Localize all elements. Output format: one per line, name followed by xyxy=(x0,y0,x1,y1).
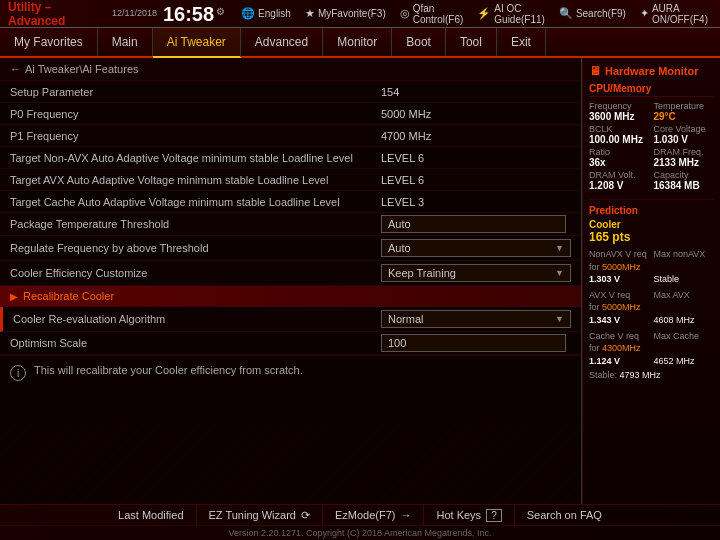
fan-icon: ◎ xyxy=(400,7,410,20)
table-row: Cooler Efficiency Customize Keep Trainin… xyxy=(0,261,581,286)
ez-mode-label: EzMode(F7) xyxy=(335,509,396,521)
info-icon: i xyxy=(10,365,26,381)
chevron-down-icon: ▼ xyxy=(555,314,564,324)
hardware-monitor-panel: 🖥 Hardware Monitor CPU/Memory Frequency … xyxy=(582,58,720,504)
content-area: ← Ai Tweaker\Ai Features Setup Parameter… xyxy=(0,58,720,504)
regulate-freq-dropdown[interactable]: Auto ▼ xyxy=(381,239,571,257)
cooler-efficiency-dropdown[interactable]: Keep Training ▼ xyxy=(381,264,571,282)
table-row: Cooler Re-evaluation Algorithm Normal ▼ xyxy=(0,307,581,332)
prediction-title: Prediction xyxy=(589,205,714,216)
cpu-memory-grid: Frequency 3600 MHz Temperature 29°C BCLK… xyxy=(589,101,714,191)
refresh-icon: ⟳ xyxy=(301,509,310,522)
tab-exit[interactable]: Exit xyxy=(497,28,546,56)
star-icon: ★ xyxy=(305,7,315,20)
header-nav-myfavorite[interactable]: ★ MyFavorite(F3) xyxy=(301,5,390,22)
tab-monitor[interactable]: Monitor xyxy=(323,28,392,56)
hot-keys-label: Hot Keys xyxy=(436,509,481,521)
row-value: 154 xyxy=(371,83,581,101)
footer-top: Last Modified EZ Tuning Wizard ⟳ EzMode(… xyxy=(0,505,720,526)
cooler-reeval-dropdown[interactable]: Normal ▼ xyxy=(381,310,571,328)
section-title: Recalibrate Cooler xyxy=(23,290,114,302)
freq-value: 3600 MHz xyxy=(589,111,650,122)
header-date: 12/11/2018 xyxy=(112,9,157,19)
footer-ez-tuning[interactable]: EZ Tuning Wizard ⟳ xyxy=(197,505,323,525)
cpu-memory-title: CPU/Memory xyxy=(589,83,714,97)
expand-triangle-icon: ▶ xyxy=(10,291,18,302)
freq-group: Frequency 3600 MHz xyxy=(589,101,650,122)
sidebar-divider xyxy=(589,199,714,200)
footer-ez-mode[interactable]: EzMode(F7) → xyxy=(323,505,425,525)
pred-avx-max: Max AVX 4608 MHz xyxy=(654,289,715,327)
tab-boot[interactable]: Boot xyxy=(392,28,446,56)
footer-last-modified[interactable]: Last Modified xyxy=(106,505,196,525)
dropdown-value: Auto xyxy=(388,242,411,254)
recalibrate-section-header[interactable]: ▶ Recalibrate Cooler xyxy=(0,286,581,307)
prediction-data: NonAVX V req for 5000MHz 1.303 V Max non… xyxy=(589,248,714,382)
header-nav-language[interactable]: 🌐 English xyxy=(237,5,295,22)
table-row: P1 Frequency 4700 MHz xyxy=(0,125,581,147)
tab-tool[interactable]: Tool xyxy=(446,28,497,56)
back-arrow-icon[interactable]: ← xyxy=(10,63,21,75)
table-row: Regulate Frequency by above Threshold Au… xyxy=(0,236,581,261)
table-row: Package Temperature Threshold Auto xyxy=(0,213,581,236)
aioc-label: AI OC Guide(F11) xyxy=(494,3,545,25)
tab-advanced[interactable]: Advanced xyxy=(241,28,323,56)
pred-avx-req: AVX V req for 5000MHz 1.343 V xyxy=(589,289,650,327)
optimism-scale-input[interactable]: 100 xyxy=(381,334,566,352)
tab-main[interactable]: Main xyxy=(98,28,153,56)
row-value: LEVEL 3 xyxy=(371,193,581,211)
search-label: Search(F9) xyxy=(576,8,626,19)
language-label: English xyxy=(258,8,291,19)
temp-value: 29°C xyxy=(654,111,715,122)
row-label: Cooler Re-evaluation Algorithm xyxy=(3,310,371,328)
info-text: This will recalibrate your Cooler effici… xyxy=(34,364,303,376)
breadcrumb: ← Ai Tweaker\Ai Features xyxy=(0,58,581,81)
header-gear-icon[interactable]: ⚙ xyxy=(216,6,225,17)
bclk-value: 100.00 MHz xyxy=(589,134,650,145)
header-nav-items: 🌐 English ★ MyFavorite(F3) ◎ Qfan Contro… xyxy=(237,1,712,27)
capacity-label: Capacity xyxy=(654,170,715,180)
dram-freq-group: DRAM Freq. 2133 MHz xyxy=(654,147,715,168)
temp-label: Temperature xyxy=(654,101,715,111)
last-modified-label: Last Modified xyxy=(118,509,183,521)
myfavorite-label: MyFavorite(F3) xyxy=(318,8,386,19)
tab-ai-tweaker[interactable]: Ai Tweaker xyxy=(153,28,241,58)
question-mark-icon: ? xyxy=(486,509,502,522)
header-nav-search[interactable]: 🔍 Search(F9) xyxy=(555,5,630,22)
dram-volt-label: DRAM Volt. xyxy=(589,170,650,180)
row-value: 5000 MHz xyxy=(371,105,581,123)
globe-icon: 🌐 xyxy=(241,7,255,20)
settings-table: Setup Parameter 154 P0 Frequency 5000 MH… xyxy=(0,81,581,355)
row-label: Target AVX Auto Adaptive Voltage minimum… xyxy=(0,171,371,189)
footer-search-faq[interactable]: Search on FAQ xyxy=(515,505,614,525)
cooler-pts-value: 165 pts xyxy=(589,230,630,244)
core-volt-value: 1.030 V xyxy=(654,134,715,145)
pred-cache-req: Cache V req for 4300MHz 1.124 V xyxy=(589,330,650,368)
header-time: 16:58 xyxy=(163,4,214,24)
header-nav-qfan[interactable]: ◎ Qfan Control(F6) xyxy=(396,1,468,27)
footer: Last Modified EZ Tuning Wizard ⟳ EzMode(… xyxy=(0,504,720,540)
dram-volt-group: DRAM Volt. 1.208 V xyxy=(589,170,650,191)
row-label: Target Non-AVX Auto Adaptive Voltage min… xyxy=(0,149,371,167)
core-volt-label: Core Voltage xyxy=(654,124,715,134)
chevron-down-icon: ▼ xyxy=(555,268,564,278)
table-row: P0 Frequency 5000 MHz xyxy=(0,103,581,125)
dram-freq-label: DRAM Freq. xyxy=(654,147,715,157)
header-nav-aioc[interactable]: ⚡ AI OC Guide(F11) xyxy=(473,1,549,27)
header-nav-aura[interactable]: ✦ AURA ON/OFF(F4) xyxy=(636,1,712,27)
ratio-label: Ratio xyxy=(589,147,650,157)
row-label: Cooler Efficiency Customize xyxy=(0,264,371,282)
cooler-pts: Cooler 165 pts xyxy=(589,219,714,244)
tab-my-favorites[interactable]: My Favorites xyxy=(0,28,98,56)
ai-icon: ⚡ xyxy=(477,7,491,20)
ratio-group: Ratio 36x xyxy=(589,147,650,168)
row-label: P0 Frequency xyxy=(0,105,371,123)
monitor-icon: 🖥 xyxy=(589,64,601,78)
main-panel: ← Ai Tweaker\Ai Features Setup Parameter… xyxy=(0,58,582,504)
ez-tuning-label: EZ Tuning Wizard xyxy=(209,509,296,521)
package-temp-input[interactable]: Auto xyxy=(381,215,566,233)
footer-hot-keys[interactable]: Hot Keys ? xyxy=(424,505,514,525)
hardware-monitor-title: 🖥 Hardware Monitor xyxy=(589,64,714,78)
aura-label: AURA ON/OFF(F4) xyxy=(652,3,708,25)
aura-icon: ✦ xyxy=(640,7,649,20)
